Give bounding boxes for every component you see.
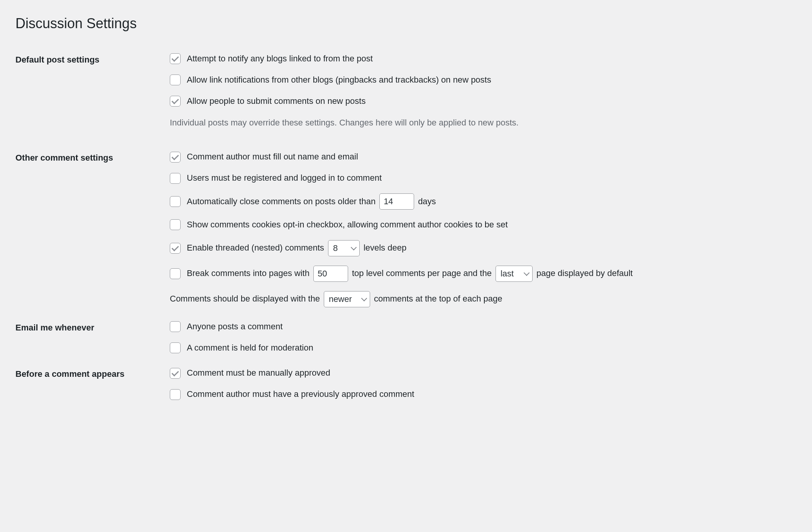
label-paginate-before[interactable]: Break comments into pages with — [187, 268, 310, 280]
label-held-moderation[interactable]: A comment is held for moderation — [187, 342, 313, 354]
checkbox-ping-status[interactable] — [170, 75, 181, 85]
heading-default-post-settings: Default post settings — [15, 47, 170, 145]
label-manual-approve[interactable]: Comment must be manually approved — [187, 367, 330, 379]
label-pingback-flag[interactable]: Attempt to notify any blogs linked to fr… — [187, 53, 373, 65]
label-comment-status[interactable]: Allow people to submit comments on new p… — [187, 95, 365, 107]
settings-table: Default post settings Attempt to notify … — [15, 47, 797, 408]
select-threaded-depth[interactable]: 8 — [328, 240, 360, 256]
checkbox-require-name-email[interactable] — [170, 152, 181, 163]
field-held-moderation: A comment is held for moderation — [170, 342, 797, 354]
label-paginate-mid: top level comments per page and the — [352, 268, 492, 280]
field-close-comments: Automatically close comments on posts ol… — [170, 193, 797, 210]
row-other-comment-settings: Other comment settings Comment author mu… — [15, 145, 797, 315]
label-order-before: Comments should be displayed with the — [170, 293, 320, 305]
label-ping-status[interactable]: Allow link notifications from other blog… — [187, 74, 491, 86]
field-cookies-optin: Show comments cookies opt-in checkbox, a… — [170, 219, 797, 231]
row-default-post-settings: Default post settings Attempt to notify … — [15, 47, 797, 145]
field-previously-approved: Comment author must have a previously ap… — [170, 388, 797, 400]
label-threaded-after: levels deep — [364, 242, 406, 254]
field-ping-status: Allow link notifications from other blog… — [170, 74, 797, 86]
checkbox-threaded-comments[interactable] — [170, 243, 181, 254]
label-require-name-email[interactable]: Comment author must fill out name and em… — [187, 151, 358, 163]
field-paginate-comments: Break comments into pages with top level… — [170, 266, 797, 282]
checkbox-close-comments[interactable] — [170, 196, 181, 207]
select-wrap-comment-order: newer — [320, 291, 374, 307]
settings-wrap: Discussion Settings Default post setting… — [0, 0, 812, 424]
checkbox-paginate-comments[interactable] — [170, 268, 181, 279]
label-close-comments-after: days — [418, 196, 436, 208]
field-manual-approve: Comment must be manually approved — [170, 367, 797, 379]
label-order-after: comments at the top of each page — [374, 293, 502, 305]
row-email-me-whenever: Email me whenever Anyone posts a comment… — [15, 315, 797, 362]
checkbox-cookies-optin[interactable] — [170, 219, 181, 230]
checkbox-anyone-posts[interactable] — [170, 321, 181, 332]
field-comment-order: Comments should be displayed with the ne… — [170, 291, 797, 307]
select-comment-order[interactable]: newer — [324, 291, 370, 307]
label-close-comments-before[interactable]: Automatically close comments on posts ol… — [187, 196, 376, 208]
checkbox-comment-registration[interactable] — [170, 173, 181, 184]
heading-before-comment-appears: Before a comment appears — [15, 361, 170, 408]
select-default-page[interactable]: last — [496, 266, 533, 282]
label-paginate-after: page displayed by default — [536, 268, 633, 280]
label-comment-registration[interactable]: Users must be registered and logged in t… — [187, 172, 382, 184]
page-title: Discussion Settings — [15, 15, 797, 32]
input-close-comments-days[interactable] — [379, 193, 414, 210]
row-before-comment-appears: Before a comment appears Comment must be… — [15, 361, 797, 408]
label-threaded-before[interactable]: Enable threaded (nested) comments — [187, 242, 324, 254]
field-comment-registration: Users must be registered and logged in t… — [170, 172, 797, 184]
checkbox-comment-status[interactable] — [170, 96, 181, 107]
select-wrap-default-page: last — [492, 266, 536, 282]
field-pingback-flag: Attempt to notify any blogs linked to fr… — [170, 53, 797, 65]
input-comments-per-page[interactable] — [313, 266, 348, 282]
label-previously-approved[interactable]: Comment author must have a previously ap… — [187, 388, 414, 400]
checkbox-held-moderation[interactable] — [170, 342, 181, 353]
field-require-name-email: Comment author must fill out name and em… — [170, 151, 797, 163]
description-default-post: Individual posts may override these sett… — [170, 116, 797, 129]
field-anyone-posts: Anyone posts a comment — [170, 321, 797, 333]
label-anyone-posts[interactable]: Anyone posts a comment — [187, 321, 283, 333]
heading-other-comment-settings: Other comment settings — [15, 145, 170, 315]
checkbox-manual-approve[interactable] — [170, 368, 181, 379]
field-threaded-comments: Enable threaded (nested) comments 8 leve… — [170, 240, 797, 256]
checkbox-previously-approved[interactable] — [170, 389, 181, 400]
checkbox-pingback-flag[interactable] — [170, 53, 181, 64]
select-wrap-threaded-depth: 8 — [324, 240, 364, 256]
field-comment-status: Allow people to submit comments on new p… — [170, 95, 797, 107]
label-cookies-optin[interactable]: Show comments cookies opt-in checkbox, a… — [187, 219, 508, 231]
heading-email-me-whenever: Email me whenever — [15, 315, 170, 362]
